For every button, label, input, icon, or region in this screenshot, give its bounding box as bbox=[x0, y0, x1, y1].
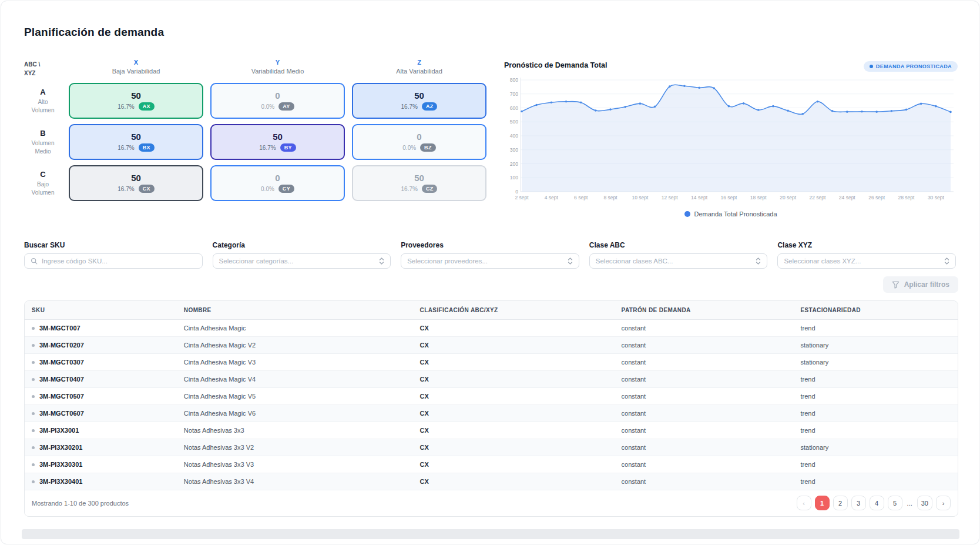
cell-estacionariedad: trend bbox=[793, 473, 958, 490]
matrix-cell-badge: AX bbox=[139, 102, 155, 111]
select-placeholder: Seleccionar proveedores... bbox=[407, 258, 488, 265]
pagination-next[interactable]: › bbox=[936, 496, 951, 510]
matrix-column-header-y: YVariabilidad Medio bbox=[210, 58, 345, 78]
matrix-cell-percent: 16.7% bbox=[118, 186, 134, 192]
svg-text:700: 700 bbox=[510, 91, 518, 97]
row-status-dot-icon bbox=[32, 327, 35, 330]
cell-clasificacion: CX bbox=[413, 354, 615, 371]
matrix-cell-by[interactable]: 5016.7%BY bbox=[210, 124, 345, 160]
matrix-cell-ay[interactable]: 00.0%AY bbox=[210, 83, 345, 119]
matrix-row-sublabel: Alto Volumen bbox=[26, 98, 59, 114]
cell-patron: constant bbox=[615, 337, 794, 354]
table-row[interactable]: 3M-PI3X3001Notas Adhesivas 3x3CXconstant… bbox=[25, 422, 958, 439]
filter-group: CategoríaSeleccionar categorías... bbox=[213, 241, 391, 269]
abc-class-select[interactable]: Seleccionar clases ABC... bbox=[589, 253, 768, 269]
demand-planning-page: Planificación de demanda ABC \XYZXBaja V… bbox=[1, 1, 979, 544]
demand-forecast-line-chart: 01002003004005006007008002 sept4 sept6 s… bbox=[504, 74, 958, 203]
svg-text:24 sept: 24 sept bbox=[839, 195, 856, 200]
category-select[interactable]: Seleccionar categorías... bbox=[213, 253, 391, 269]
row-status-dot-icon bbox=[32, 429, 35, 432]
matrix-cell-cz[interactable]: 5016.7%CZ bbox=[352, 165, 486, 201]
apply-filters-button[interactable]: Aplicar filtros bbox=[883, 276, 958, 293]
matrix-row-key: B bbox=[40, 129, 45, 138]
badge-dot-icon bbox=[870, 65, 873, 68]
matrix-cell-value: 50 bbox=[273, 132, 283, 141]
cell-patron: constant bbox=[615, 320, 794, 337]
matrix-cell-badge: BX bbox=[139, 143, 155, 152]
chart-title: Pronóstico de Demanda Total bbox=[504, 61, 608, 69]
matrix-cell-cy[interactable]: 00.0%CY bbox=[210, 165, 345, 201]
matrix-cell-cx[interactable]: 5016.7%CX bbox=[69, 165, 203, 201]
chart-legend[interactable]: Demanda Total Pronosticada bbox=[504, 210, 958, 218]
matrix-cell-az[interactable]: 5016.7%AZ bbox=[352, 83, 486, 119]
cell-estacionariedad: trend bbox=[793, 371, 958, 388]
matrix-cell-value: 0 bbox=[275, 91, 280, 100]
matrix-cell-bz[interactable]: 00.0%BZ bbox=[352, 124, 486, 160]
cell-sku: 3M-MGCT0207 bbox=[25, 337, 177, 354]
matrix-cell-meta: 16.7%BY bbox=[259, 143, 296, 152]
abc-xyz-matrix: ABC \XYZXBaja VariabilidadYVariabilidad … bbox=[24, 58, 486, 218]
row-status-dot-icon bbox=[32, 480, 35, 483]
table-row[interactable]: 3M-PI3X30301Notas Adhesivas 3x3 V3CXcons… bbox=[25, 456, 958, 473]
products-table-card: SKUNOMBRECLASIFICACIÓN ABC/XYZPATRÓN DE … bbox=[24, 300, 958, 517]
table-row[interactable]: 3M-MGCT0307Cinta Adhesiva Magic V3CXcons… bbox=[25, 354, 958, 371]
pagination-page-1[interactable]: 1 bbox=[815, 496, 830, 510]
apply-filters-row: Aplicar filtros bbox=[24, 276, 958, 293]
matrix-cell-meta: 0.0%BZ bbox=[402, 143, 435, 152]
cell-nombre: Cinta Adhesiva Magic V3 bbox=[177, 354, 413, 371]
row-status-dot-icon bbox=[32, 361, 35, 364]
matrix-cell-bx[interactable]: 5016.7%BX bbox=[69, 124, 203, 160]
svg-text:6 sept: 6 sept bbox=[574, 195, 588, 200]
svg-text:26 sept: 26 sept bbox=[868, 195, 885, 200]
table-footer: Mostrando 1-10 de 300 productos ‹12345..… bbox=[25, 490, 958, 516]
svg-text:8 sept: 8 sept bbox=[603, 195, 617, 200]
matrix-cell-badge: AY bbox=[278, 102, 294, 111]
providers-select[interactable]: Seleccionar proveedores... bbox=[401, 253, 579, 269]
pagination-page-4[interactable]: 4 bbox=[870, 496, 884, 510]
table-row[interactable]: 3M-MGCT0607Cinta Adhesiva Magic V6CXcons… bbox=[25, 405, 958, 422]
cell-sku: 3M-MGCT0607 bbox=[25, 405, 177, 422]
cell-patron: constant bbox=[615, 422, 794, 439]
table-row[interactable]: 3M-PI3X30201Notas Adhesivas 3x3 V2CXcons… bbox=[25, 439, 958, 456]
table-row[interactable]: 3M-MGCT0207Cinta Adhesiva Magic V2CXcons… bbox=[25, 337, 958, 354]
svg-text:600: 600 bbox=[510, 105, 518, 111]
matrix-cell-badge: AZ bbox=[422, 102, 438, 111]
cell-estacionariedad: trend bbox=[793, 405, 958, 422]
svg-text:20 sept: 20 sept bbox=[780, 195, 797, 200]
cell-estacionariedad: trend bbox=[793, 456, 958, 473]
table-row[interactable]: 3M-MGCT0507Cinta Adhesiva Magic V5CXcons… bbox=[25, 388, 958, 405]
filter-group: Clase ABCSeleccionar clases ABC... bbox=[589, 241, 768, 269]
cell-nombre: Notas Adhesivas 3x3 V2 bbox=[177, 439, 413, 456]
xyz-class-select[interactable]: Seleccionar clases XYZ... bbox=[777, 253, 956, 269]
cell-nombre: Notas Adhesivas 3x3 V4 bbox=[177, 473, 413, 490]
matrix-cell-ax[interactable]: 5016.7%AX bbox=[69, 83, 203, 119]
row-status-dot-icon bbox=[32, 446, 35, 449]
table-row[interactable]: 3M-MGCT0407Cinta Adhesiva Magic V4CXcons… bbox=[25, 371, 958, 388]
pagination-page-3[interactable]: 3 bbox=[851, 496, 866, 510]
filter-label: Categoría bbox=[213, 241, 391, 249]
matrix-cell-percent: 16.7% bbox=[259, 145, 276, 151]
pagination-page-2[interactable]: 2 bbox=[833, 496, 848, 510]
input-placeholder: Ingrese código SKU... bbox=[42, 258, 108, 265]
cell-clasificacion: CX bbox=[413, 337, 615, 354]
pagination-page-5[interactable]: 5 bbox=[888, 496, 902, 510]
matrix-cell-value: 0 bbox=[417, 132, 421, 141]
table-row[interactable]: 3M-MGCT007Cinta Adhesiva MagicCXconstant… bbox=[25, 320, 958, 337]
matrix-cell-badge: BY bbox=[280, 143, 296, 152]
matrix-cell-badge: CX bbox=[139, 185, 155, 193]
table-row[interactable]: 3M-PI3X30401Notas Adhesivas 3x3 V4CXcons… bbox=[25, 473, 958, 490]
pagination-prev[interactable]: ‹ bbox=[797, 496, 811, 510]
top-section: ABC \XYZXBaja VariabilidadYVariabilidad … bbox=[24, 58, 956, 218]
matrix-cell-meta: 16.7%AZ bbox=[401, 102, 438, 111]
svg-text:12 sept: 12 sept bbox=[662, 195, 679, 200]
sku-search-input[interactable]: Ingrese código SKU... bbox=[24, 253, 203, 269]
results-count: Mostrando 1-10 de 300 productos bbox=[32, 500, 129, 507]
matrix-cell-value: 50 bbox=[414, 173, 424, 182]
cell-clasificacion: CX bbox=[413, 320, 615, 337]
filter-label: Clase ABC bbox=[589, 241, 768, 249]
cell-estacionariedad: trend bbox=[793, 422, 958, 439]
matrix-cell-percent: 16.7% bbox=[118, 103, 134, 110]
svg-text:22 sept: 22 sept bbox=[810, 195, 827, 200]
cell-nombre: Notas Adhesivas 3x3 bbox=[177, 422, 413, 439]
pagination-page-30[interactable]: 30 bbox=[917, 496, 932, 510]
